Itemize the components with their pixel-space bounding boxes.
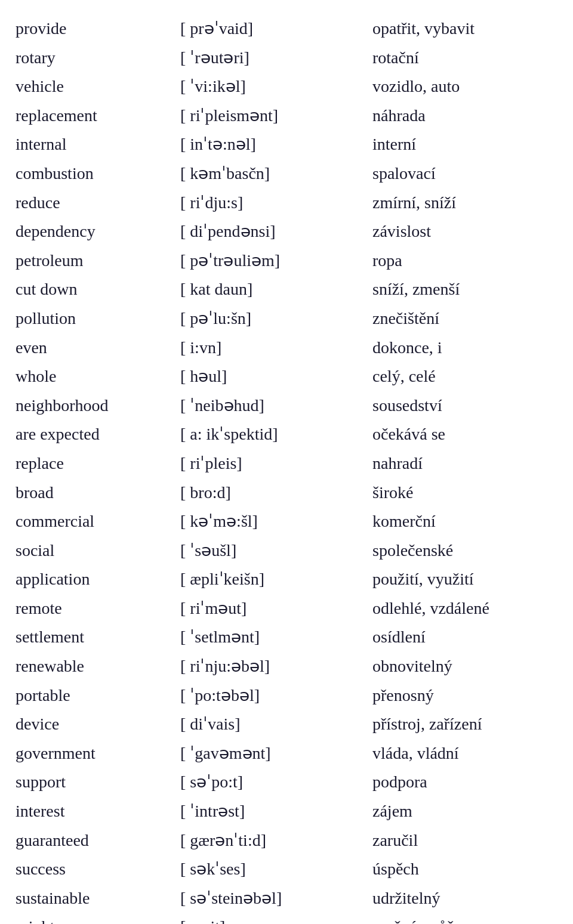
word-cell: government — [12, 739, 177, 768]
phonetic-cell: [ ˈvi:ikəl] — [177, 72, 369, 101]
translation-cell: obnovitelný — [369, 652, 561, 681]
translation-cell: očekává se — [369, 420, 561, 449]
translation-cell: komerční — [369, 507, 561, 536]
table-row: sustainable[ səˈsteinəbəl]udržitelný — [12, 884, 561, 913]
translation-cell: znečištění — [369, 304, 561, 333]
word-cell: rotary — [12, 44, 177, 73]
word-cell: replacement — [12, 101, 177, 131]
word-cell: renewable — [12, 652, 177, 681]
translation-cell: opatřit, vybavit — [369, 14, 561, 44]
word-cell: even — [12, 333, 177, 363]
table-row: internal[ inˈtə:nəl]interní — [12, 130, 561, 159]
table-row: guaranteed[ gærənˈti:d]zaručil — [12, 826, 561, 855]
phonetic-cell: [ æpliˈkeišn] — [177, 565, 369, 594]
phonetic-cell: [ ˈsəušl] — [177, 536, 369, 565]
word-cell: sustainable — [12, 884, 177, 913]
table-row: broad[ bro:d]široké — [12, 478, 561, 508]
translation-cell: přenosný — [369, 681, 561, 710]
phonetic-cell: [ inˈtə:nəl] — [177, 130, 369, 159]
translation-cell: podpora — [369, 768, 561, 797]
table-row: might[ mait]možná, může — [12, 913, 561, 924]
translation-cell: široké — [369, 478, 561, 508]
word-cell: portable — [12, 681, 177, 710]
word-cell: pollution — [12, 304, 177, 333]
phonetic-cell: [ riˈnju:əbəl] — [177, 652, 369, 681]
table-row: vehicle[ ˈvi:ikəl]vozidlo, auto — [12, 72, 561, 101]
word-cell: guaranteed — [12, 826, 177, 855]
translation-cell: zájem — [369, 797, 561, 826]
word-cell: success — [12, 855, 177, 884]
phonetic-cell: [ ˈsetlmənt] — [177, 623, 369, 652]
translation-cell: použití, využití — [369, 565, 561, 594]
phonetic-cell: [ ˈneibəhud] — [177, 391, 369, 421]
translation-cell: spalovací — [369, 159, 561, 188]
translation-cell: přístroj, zařízení — [369, 710, 561, 739]
table-row: portable[ ˈpo:təbəl]přenosný — [12, 681, 561, 710]
phonetic-cell: [ ˈrəutəri] — [177, 44, 369, 73]
word-cell: broad — [12, 478, 177, 508]
word-cell: combustion — [12, 159, 177, 188]
translation-cell: náhrada — [369, 101, 561, 131]
phonetic-cell: [ diˈpendənsi] — [177, 217, 369, 246]
word-cell: replace — [12, 449, 177, 478]
table-row: government[ ˈgavəmənt]vláda, vládní — [12, 739, 561, 768]
translation-cell: zmírní, sníží — [369, 188, 561, 218]
word-cell: settlement — [12, 623, 177, 652]
translation-cell: rotační — [369, 44, 561, 73]
phonetic-cell: [ a: ikˈspektid] — [177, 420, 369, 449]
phonetic-cell: [ kəˈmə:šl] — [177, 507, 369, 536]
translation-cell: vláda, vládní — [369, 739, 561, 768]
phonetic-cell: [ pəˈlu:šn] — [177, 304, 369, 333]
translation-cell: úspěch — [369, 855, 561, 884]
word-cell: application — [12, 565, 177, 594]
word-cell: might — [12, 913, 177, 924]
translation-cell: osídlení — [369, 623, 561, 652]
translation-cell: zaručil — [369, 826, 561, 855]
table-row: support[ səˈpo:t]podpora — [12, 768, 561, 797]
vocabulary-table: provide[ prəˈvaid]opatřit, vybavitrotary… — [12, 14, 561, 924]
word-cell: neighborhood — [12, 391, 177, 421]
table-row: cut down[ kat daun]sníží, zmenší — [12, 275, 561, 304]
table-row: pollution[ pəˈlu:šn]znečištění — [12, 304, 561, 333]
word-cell: provide — [12, 14, 177, 44]
translation-cell: závislost — [369, 217, 561, 246]
word-cell: social — [12, 536, 177, 565]
translation-cell: odlehlé, vzdálené — [369, 594, 561, 623]
word-cell: are expected — [12, 420, 177, 449]
phonetic-cell: [ kəmˈbasčn] — [177, 159, 369, 188]
translation-cell: dokonce, i — [369, 333, 561, 363]
translation-cell: společenské — [369, 536, 561, 565]
table-row: commercial[ kəˈmə:šl]komerční — [12, 507, 561, 536]
phonetic-cell: [ kat daun] — [177, 275, 369, 304]
phonetic-cell: [ səkˈses] — [177, 855, 369, 884]
table-row: combustion[ kəmˈbasčn]spalovací — [12, 159, 561, 188]
phonetic-cell: [ səˈsteinəbəl] — [177, 884, 369, 913]
table-row: renewable[ riˈnju:əbəl]obnovitelný — [12, 652, 561, 681]
table-row: interest[ ˈintrəst]zájem — [12, 797, 561, 826]
translation-cell: sousedství — [369, 391, 561, 421]
translation-cell: sníží, zmenší — [369, 275, 561, 304]
phonetic-cell: [ ˈpo:təbəl] — [177, 681, 369, 710]
word-cell: whole — [12, 362, 177, 391]
table-row: device[ diˈvais]přístroj, zařízení — [12, 710, 561, 739]
phonetic-cell: [ i:vn] — [177, 333, 369, 363]
word-cell: petroleum — [12, 246, 177, 276]
table-row: provide[ prəˈvaid]opatřit, vybavit — [12, 14, 561, 44]
table-row: reduce[ riˈdju:s]zmírní, sníží — [12, 188, 561, 218]
phonetic-cell: [ riˈpleismənt] — [177, 101, 369, 131]
phonetic-cell: [ həul] — [177, 362, 369, 391]
table-row: replace[ riˈpleis]nahradí — [12, 449, 561, 478]
table-row: whole[ həul]celý, celé — [12, 362, 561, 391]
phonetic-cell: [ bro:d] — [177, 478, 369, 508]
table-row: neighborhood[ ˈneibəhud]sousedství — [12, 391, 561, 421]
translation-cell: udržitelný — [369, 884, 561, 913]
translation-cell: ropa — [369, 246, 561, 276]
word-cell: vehicle — [12, 72, 177, 101]
translation-cell: interní — [369, 130, 561, 159]
phonetic-cell: [ riˈdju:s] — [177, 188, 369, 218]
word-cell: commercial — [12, 507, 177, 536]
table-row: settlement[ ˈsetlmənt]osídlení — [12, 623, 561, 652]
word-cell: support — [12, 768, 177, 797]
table-row: even[ i:vn]dokonce, i — [12, 333, 561, 363]
word-cell: remote — [12, 594, 177, 623]
